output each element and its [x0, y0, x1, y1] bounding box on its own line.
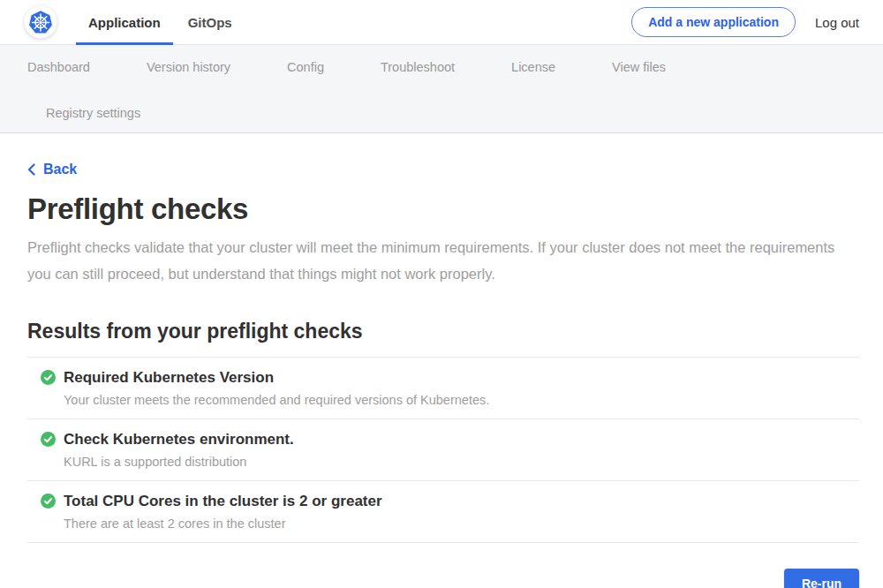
top-navbar: Application GitOps Add a new application… — [0, 0, 883, 45]
tab-gitops-label: GitOps — [188, 15, 232, 30]
check-title: Check Kubernetes environment. — [64, 431, 294, 449]
chevron-left-icon — [27, 163, 35, 176]
check-text: Required Kubernetes Version Your cluster… — [64, 369, 489, 408]
actions-bar: Re-run — [27, 569, 859, 588]
main-content: Back Preflight checks Preflight checks v… — [0, 133, 883, 588]
app-subnav: Dashboard Version history Config Trouble… — [0, 45, 883, 133]
back-label: Back — [43, 162, 77, 177]
check-title: Total CPU Cores in the cluster is 2 or g… — [64, 493, 382, 510]
tab-gitops[interactable]: GitOps — [176, 0, 245, 45]
page-description: Preflight checks validate that your clus… — [27, 234, 859, 287]
tab-application[interactable]: Application — [76, 0, 173, 45]
logout-link[interactable]: Log out — [815, 15, 859, 30]
kubernetes-logo-icon[interactable] — [24, 5, 57, 39]
check-text: Total CPU Cores in the cluster is 2 or g… — [64, 493, 382, 531]
add-application-button[interactable]: Add a new application — [631, 7, 796, 37]
subnav-item-view-files[interactable]: View files — [594, 57, 683, 78]
check-text: Check Kubernetes environment. KURL is a … — [64, 431, 294, 470]
subnav-item-troubleshoot[interactable]: Troubleshoot — [363, 57, 472, 78]
check-success-icon — [41, 370, 56, 385]
subnav-item-config[interactable]: Config — [269, 57, 342, 78]
preflight-check-row: Required Kubernetes Version Your cluster… — [27, 357, 859, 418]
check-success-icon — [41, 432, 56, 447]
primary-tabs: Application GitOps — [76, 0, 247, 45]
results-heading: Results from your preflight checks — [27, 320, 859, 343]
preflight-check-row: Check Kubernetes environment. KURL is a … — [27, 418, 859, 480]
back-link[interactable]: Back — [27, 162, 77, 177]
tab-application-label: Application — [88, 15, 161, 30]
subnav-item-dashboard[interactable]: Dashboard — [10, 57, 108, 78]
check-message: There are at least 2 cores in the cluste… — [64, 516, 382, 531]
check-message: Your cluster meets the recommended and r… — [64, 393, 489, 408]
subnav-item-license[interactable]: License — [494, 57, 573, 78]
subnav-item-registry-settings[interactable]: Registry settings — [28, 102, 158, 124]
preflight-check-row: Total CPU Cores in the cluster is 2 or g… — [27, 480, 859, 542]
check-message: KURL is a supported distribution — [64, 455, 294, 470]
preflight-results-list: Required Kubernetes Version Your cluster… — [27, 357, 859, 543]
rerun-button[interactable]: Re-run — [784, 569, 859, 588]
check-success-icon — [41, 494, 56, 509]
check-title: Required Kubernetes Version — [64, 369, 489, 387]
navbar-right: Add a new application Log out — [631, 7, 859, 37]
subnav-item-version-history[interactable]: Version history — [129, 57, 248, 78]
page-title: Preflight checks — [27, 192, 859, 226]
